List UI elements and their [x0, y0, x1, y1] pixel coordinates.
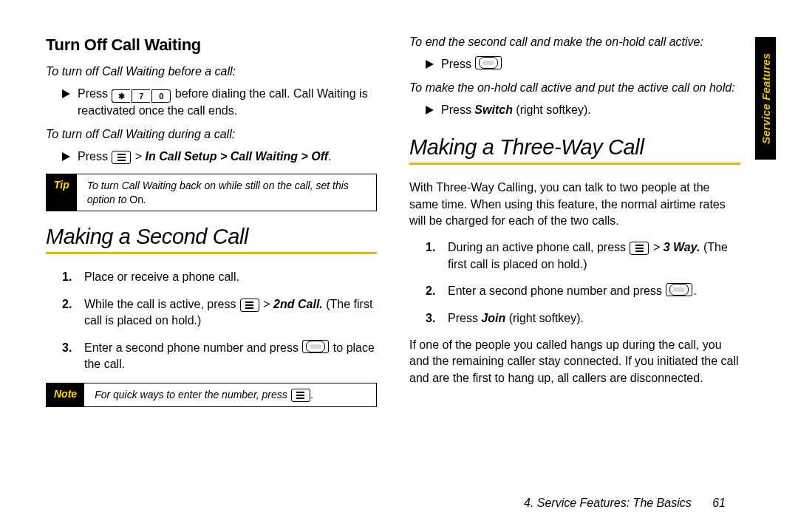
keycap-menu-icon: [630, 242, 649, 255]
step-2: While the call is active, press > 2nd Ca…: [62, 296, 377, 330]
footer-page-number: 61: [712, 497, 726, 509]
bullet-switch: Press Switch (right softkey).: [426, 102, 740, 118]
step-1: During an active phone call, press > 3 W…: [426, 239, 740, 273]
keycap-call-icon: [302, 340, 329, 353]
bullet-text: Press > In Call Setup > Call Waiting > O…: [78, 149, 331, 165]
accent-rule: [46, 252, 377, 254]
step-3: Enter a second phone number and press to…: [62, 340, 377, 373]
second-call-steps: Place or receive a phone call. While the…: [46, 269, 377, 372]
side-tab: Service Features: [755, 37, 776, 160]
three-way-outro: If one of the people you called hangs up…: [409, 337, 740, 386]
three-way-intro: With Three-Way Calling, you can talk to …: [409, 180, 740, 229]
right-column: To end the second call and make the on-h…: [409, 35, 740, 501]
step-3: Press Join (right softkey).: [426, 310, 740, 327]
bullet-text: Press ✱70 before dialing the call. Call …: [78, 86, 377, 119]
bullet-pointer-icon: [426, 106, 434, 115]
note-body: For quick ways to enter the number, pres…: [84, 383, 321, 406]
keycap-menu-icon: [112, 151, 131, 164]
lead-end-second: To end the second call and make the on-h…: [409, 35, 740, 49]
three-way-steps: During an active phone call, press > 3 W…: [409, 239, 740, 327]
bullet-star70: Press ✱70 before dialing the call. Call …: [62, 86, 377, 119]
keycap-menu-icon: [240, 299, 259, 312]
page-content: Turn Off Call Waiting To turn off Call W…: [46, 35, 740, 501]
lead-before-call: To turn off Call Waiting before a call:: [46, 65, 377, 78]
bullet-press-end: Press: [426, 56, 740, 72]
footer-title: 4. Service Features: The Basics: [524, 497, 692, 509]
heading-three-way-call: Making a Three-Way Call: [409, 135, 740, 160]
keycap-sequence-star70: ✱70: [111, 89, 171, 103]
bullet-pointer-icon: [62, 89, 70, 98]
keycap-call-icon: [666, 283, 692, 296]
keycap-7-icon: 7: [132, 89, 150, 103]
note-tag: Note: [47, 383, 84, 406]
left-column: Turn Off Call Waiting To turn off Call W…: [46, 35, 377, 501]
page-footer: 4. Service Features: The Basics 61: [524, 497, 726, 510]
bullet-pointer-icon: [62, 152, 70, 161]
tip-tag: Tip: [47, 174, 77, 211]
bullet-text: Press Switch (right softkey).: [441, 102, 591, 118]
accent-rule: [409, 163, 740, 165]
keycap-call-icon: [475, 56, 502, 69]
note-box: Note For quick ways to enter the number,…: [46, 383, 377, 407]
bullet-pointer-icon: [426, 60, 434, 69]
keycap-0-icon: 0: [151, 89, 171, 103]
tip-box: Tip To turn Call Waiting back on while s…: [46, 174, 377, 212]
keycap-star-icon: ✱: [112, 89, 130, 103]
heading-turn-off-call-waiting: Turn Off Call Waiting: [46, 35, 377, 55]
keycap-menu-icon: [291, 389, 310, 402]
step-1: Place or receive a phone call.: [62, 269, 377, 285]
step-2: Enter a second phone number and press .: [426, 283, 740, 299]
lead-switch: To make the on-hold call active and put …: [409, 81, 740, 95]
tip-body: To turn Call Waiting back on while still…: [77, 174, 376, 211]
lead-during-call: To turn off Call Waiting during a call:: [46, 128, 377, 141]
heading-making-second-call: Making a Second Call: [46, 225, 377, 249]
bullet-menu-path: Press > In Call Setup > Call Waiting > O…: [62, 149, 377, 165]
bullet-text: Press: [441, 56, 502, 72]
